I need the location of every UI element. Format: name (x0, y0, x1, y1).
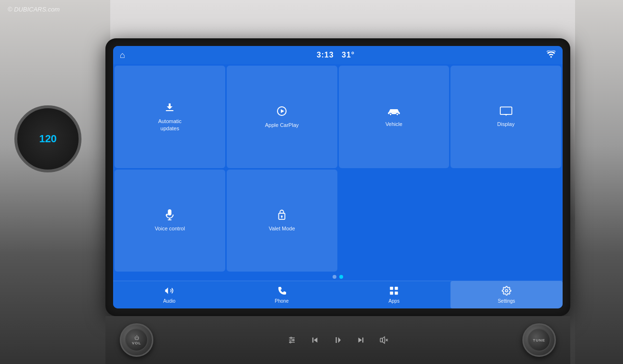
left-panel: 120 (0, 0, 110, 364)
screen: ⌂ 3:13 31° (113, 46, 563, 308)
play-pause-button[interactable] (330, 332, 346, 348)
svg-rect-6 (500, 107, 511, 114)
power-icon: ⏻ (134, 335, 139, 341)
svg-rect-29 (336, 337, 337, 343)
nav-phone[interactable]: Phone (226, 281, 338, 308)
tune-label: TUNE (533, 338, 545, 342)
svg-marker-30 (338, 337, 341, 343)
settings-grid: Automaticupdates Apple CarPlay (113, 64, 563, 273)
audio-label: Audio (163, 298, 175, 304)
automatic-updates-label: Automaticupdates (158, 118, 182, 132)
svg-point-26 (290, 341, 291, 343)
grid-item-voice-control[interactable]: Voice control (115, 170, 225, 272)
apps-label: Apps (389, 298, 400, 304)
status-bar: ⌂ 3:13 31° (113, 46, 563, 64)
voice-control-label: Voice control (155, 225, 185, 232)
phone-label: Phone (275, 298, 288, 304)
grid-item-apple-carplay[interactable]: Apple CarPlay (227, 66, 337, 168)
tune-knob-inner: TUNE (528, 329, 551, 352)
apple-carplay-label: Apple CarPlay (265, 122, 299, 128)
svg-rect-18 (390, 292, 393, 295)
next-button[interactable] (353, 332, 369, 348)
vehicle-icon (387, 106, 401, 118)
svg-point-14 (281, 216, 283, 217)
vol-knob[interactable]: ⏻ VOL (120, 323, 153, 357)
download-icon (164, 102, 175, 115)
grid-item-display[interactable]: Display (450, 66, 561, 168)
equalizer-button[interactable] (284, 332, 300, 348)
nav-apps[interactable]: Apps (338, 281, 450, 308)
svg-rect-28 (312, 338, 313, 343)
display-icon (500, 106, 512, 118)
bottom-nav: Audio Phone (113, 281, 563, 308)
speedometer: 120 (14, 105, 81, 172)
audio-icon (164, 286, 174, 297)
apps-icon (389, 286, 399, 297)
vol-label: VOL (132, 341, 141, 345)
phone-icon (277, 286, 286, 297)
svg-rect-0 (166, 110, 173, 111)
media-buttons (284, 332, 392, 348)
carplay-icon (276, 105, 288, 119)
home-icon[interactable]: ⌂ (120, 50, 125, 60)
svg-rect-17 (395, 287, 398, 290)
svg-rect-16 (390, 287, 393, 290)
svg-point-24 (290, 337, 292, 339)
grid-empty-2 (450, 170, 561, 272)
right-panel (575, 0, 623, 364)
mute-button[interactable] (376, 332, 392, 348)
valet-mode-label: Valet Mode (269, 225, 295, 232)
page-dots (113, 273, 563, 281)
voice-icon (164, 209, 175, 222)
display-label: Display (497, 121, 515, 127)
svg-rect-19 (395, 292, 398, 295)
valet-icon (277, 209, 287, 222)
tune-knob[interactable]: TUNE (522, 323, 556, 357)
svg-rect-32 (362, 338, 363, 343)
grid-item-vehicle[interactable]: Vehicle (339, 66, 450, 168)
nav-audio[interactable]: Audio (113, 281, 226, 308)
svg-point-4 (390, 113, 392, 115)
grid-item-valet-mode[interactable]: Valet Mode (227, 170, 337, 272)
svg-point-25 (293, 340, 294, 341)
dot-1[interactable] (333, 275, 336, 279)
svg-marker-2 (281, 109, 284, 113)
svg-point-20 (505, 290, 508, 292)
prev-button[interactable] (307, 332, 323, 348)
settings-icon (502, 286, 511, 297)
svg-point-12 (166, 214, 168, 216)
vol-knob-inner: ⏻ VOL (125, 329, 148, 352)
vehicle-label: Vehicle (385, 121, 402, 127)
svg-marker-31 (358, 338, 362, 343)
svg-rect-9 (168, 209, 172, 216)
infotainment-unit: ⌂ 3:13 31° (105, 38, 570, 316)
dot-2[interactable] (339, 275, 343, 279)
svg-marker-27 (314, 338, 318, 343)
scene: © DUBICARS.com 120 ⌂ 3:13 31° (0, 0, 623, 364)
svg-point-5 (396, 113, 399, 115)
settings-label: Settings (498, 298, 515, 304)
physical-controls: ⏻ VOL (105, 316, 570, 364)
status-time: 3:13 31° (317, 51, 355, 59)
grid-empty-1 (339, 170, 450, 272)
wifi-icon (546, 50, 556, 60)
grid-item-automatic-updates[interactable]: Automaticupdates (115, 66, 225, 168)
watermark: © DUBICARS.com (8, 6, 60, 13)
svg-marker-34 (382, 337, 385, 343)
nav-settings[interactable]: Settings (450, 281, 563, 308)
